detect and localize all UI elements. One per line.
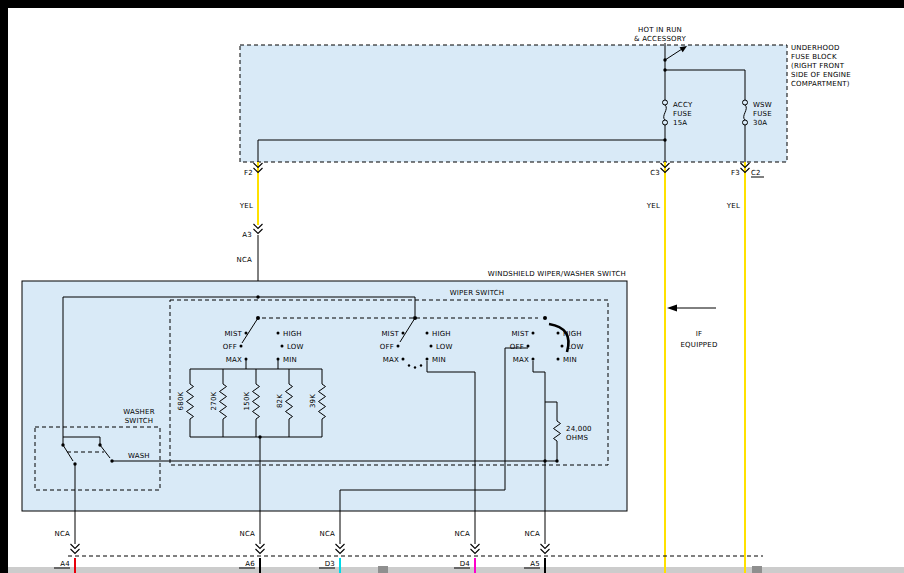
resistor-label-270k: 270K — [210, 391, 218, 410]
pin-c3: C3 — [650, 169, 660, 177]
wire-nca-a5: NCA — [524, 530, 540, 538]
page-border-top — [0, 0, 904, 8]
resistor-label-150k: 150K — [243, 391, 251, 410]
underhood-fuse-block-box — [240, 45, 787, 162]
g2-label-low: LOW — [436, 343, 453, 351]
switch-title: WINDSHIELD WIPER/WASHER SWITCH — [488, 270, 626, 278]
junction-dot — [663, 138, 666, 141]
accy-fuse-label-3: 15A — [673, 119, 687, 127]
wire-color-c3: YEL — [646, 202, 660, 210]
wire-color-f2: YEL — [239, 202, 253, 210]
hot-feed-label-1: HOT IN RUN — [638, 26, 682, 34]
g3-label-max: MAX — [513, 356, 529, 364]
ohms-label-1: 24,000 — [566, 425, 592, 433]
g1-label-high: HIGH — [283, 330, 302, 338]
fuse-block-name-4: SIDE OF ENGINE — [791, 71, 851, 79]
g3-label-off: OFF — [510, 343, 524, 351]
wsw-fuse-label-1: WSW — [753, 101, 772, 109]
wsw-fuse-label-3: 30A — [753, 119, 767, 127]
wire-nca-d3: NCA — [319, 530, 335, 538]
g1-label-low: LOW — [287, 343, 304, 351]
g3-label-high: HIGH — [563, 330, 582, 338]
junction-dot — [663, 68, 666, 71]
wire-nca-top: NCA — [236, 256, 252, 264]
g2-label-mist: MIST — [381, 330, 399, 338]
wash-label: WASH — [128, 452, 150, 460]
scrollbar-marker[interactable] — [378, 566, 388, 573]
g3-label-low: LOW — [567, 343, 584, 351]
pin-a3: A3 — [242, 231, 252, 239]
if-equipped-label-2: EQUIPPED — [681, 341, 718, 349]
g1-label-min: MIN — [283, 356, 297, 364]
page-border-left — [0, 0, 8, 573]
wire-color-f3: YEL — [726, 202, 740, 210]
pin-d4: D4 — [460, 560, 471, 568]
fuse-block-name-5: COMPARTMENT) — [791, 80, 850, 88]
wiring-diagram-page: HOT IN RUN & ACCESSORY UNDERHOOD FUSE BL… — [0, 0, 904, 573]
washer-switch-title-1: WASHER — [123, 408, 155, 416]
pin-a4: A4 — [60, 560, 70, 568]
fuse-block-name-2: FUSE BLOCK — [791, 53, 837, 61]
pin-c2: C2 — [751, 169, 761, 177]
g3-label-mist: MIST — [511, 330, 529, 338]
pin-d3: D3 — [325, 560, 335, 568]
pin-a5: A5 — [530, 560, 540, 568]
washer-switch-title-2: SWITCH — [125, 417, 154, 425]
g1-label-max: MAX — [226, 356, 242, 364]
pin-f3: F3 — [731, 169, 740, 177]
wire-nca-d4: NCA — [454, 530, 470, 538]
g1-label-mist: MIST — [224, 330, 242, 338]
scrollbar-marker[interactable] — [752, 566, 762, 573]
resistor-label-39k: 39K — [309, 394, 317, 408]
g2-label-high: HIGH — [432, 330, 451, 338]
hot-feed-label-2: & ACCESSORY — [634, 35, 686, 43]
junction-dot — [663, 58, 666, 61]
ohms-label-2: OHMS — [566, 434, 588, 442]
wiper-switch-title: WIPER SWITCH — [450, 289, 505, 297]
pin-f2: F2 — [244, 169, 253, 177]
g1-label-off: OFF — [223, 343, 237, 351]
if-equipped-label-1: IF — [696, 330, 703, 338]
resistor-label-680k: 680K — [177, 391, 185, 410]
wire-nca-a6: NCA — [239, 530, 255, 538]
accy-fuse-label-2: FUSE — [673, 110, 692, 118]
g2-label-min: MIN — [432, 356, 446, 364]
horizontal-scrollbar[interactable] — [8, 566, 904, 573]
wsw-fuse-label-2: FUSE — [753, 110, 772, 118]
fuse-block-name-1: UNDERHOOD — [791, 44, 840, 52]
pin-a6: A6 — [245, 560, 255, 568]
fuse-block-name-3: (RIGHT FRONT — [791, 62, 845, 70]
g3-label-min: MIN — [563, 356, 577, 364]
g2-label-max: MAX — [383, 356, 399, 364]
wire-nca-a4: NCA — [54, 530, 70, 538]
resistor-label-82k: 82K — [276, 394, 284, 408]
accy-fuse-label-1: ACCY — [673, 101, 693, 109]
g2-label-off: OFF — [380, 343, 394, 351]
